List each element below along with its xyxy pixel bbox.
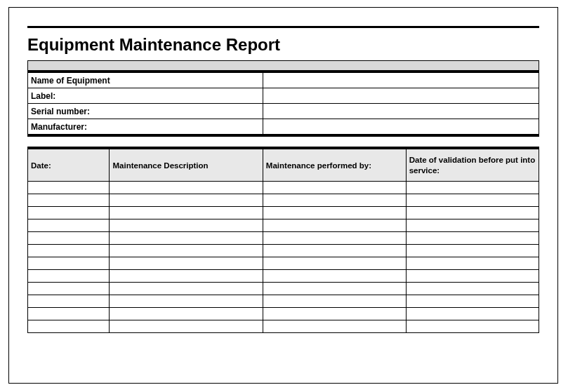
info-value — [263, 104, 539, 119]
table-cell — [28, 295, 110, 308]
document-frame: Equipment Maintenance Report Name of Equ… — [8, 7, 558, 384]
table-cell — [406, 320, 539, 333]
table-header-row: Date: Maintenance Description Maintenanc… — [28, 149, 539, 182]
table-cell — [28, 245, 110, 257]
table-cell — [263, 308, 406, 320]
info-row: Name of Equipment — [28, 73, 539, 88]
table-cell — [406, 194, 539, 207]
table-cell — [110, 182, 263, 194]
table-cell — [110, 270, 263, 283]
table-cell — [110, 194, 263, 207]
table-cell — [406, 257, 539, 270]
table-cell — [110, 257, 263, 270]
table-cell — [28, 182, 110, 194]
table-cell — [110, 207, 263, 219]
table-cell — [28, 207, 110, 219]
table-row — [28, 182, 539, 194]
table-cell — [110, 232, 263, 245]
table-row — [28, 283, 539, 295]
table-cell — [28, 283, 110, 295]
info-label: Name of Equipment — [28, 73, 263, 88]
table-row — [28, 295, 539, 308]
table-cell — [263, 232, 406, 245]
info-value — [263, 88, 539, 104]
table-row — [28, 308, 539, 320]
table-row — [28, 207, 539, 219]
table-cell — [263, 283, 406, 295]
column-header-validation: Date of validation before put into servi… — [406, 149, 539, 182]
info-row: Serial number: — [28, 104, 539, 119]
maintenance-log-table: Date: Maintenance Description Maintenanc… — [27, 149, 539, 333]
table-cell — [406, 308, 539, 320]
equipment-info-table: Name of Equipment Label: Serial number: … — [27, 72, 539, 135]
table-cell — [28, 232, 110, 245]
column-header-description: Maintenance Description — [110, 149, 263, 182]
table-cell — [110, 283, 263, 295]
title-gray-bar — [27, 60, 539, 70]
table-row — [28, 320, 539, 333]
table-cell — [110, 320, 263, 333]
table-cell — [110, 219, 263, 232]
table-cell — [110, 245, 263, 257]
table-row — [28, 257, 539, 270]
table-cell — [110, 308, 263, 320]
table-cell — [406, 295, 539, 308]
table-cell — [263, 219, 406, 232]
info-label: Serial number: — [28, 104, 263, 119]
table-cell — [28, 270, 110, 283]
table-cell — [263, 320, 406, 333]
info-row: Manufacturer: — [28, 119, 539, 135]
column-header-performed-by: Maintenance performed by: — [263, 149, 406, 182]
table-cell — [406, 283, 539, 295]
table-row — [28, 232, 539, 245]
table-cell — [28, 308, 110, 320]
table-cell — [28, 320, 110, 333]
info-label: Manufacturer: — [28, 119, 263, 135]
table-cell — [110, 295, 263, 308]
info-value — [263, 73, 539, 88]
info-label: Label: — [28, 88, 263, 104]
table-cell — [406, 270, 539, 283]
table-cell — [28, 219, 110, 232]
table-cell — [406, 207, 539, 219]
table-row — [28, 219, 539, 232]
table-cell — [263, 182, 406, 194]
table-cell — [263, 270, 406, 283]
top-horizontal-rule — [27, 26, 539, 28]
table-cell — [263, 194, 406, 207]
table-row — [28, 270, 539, 283]
table-cell — [263, 295, 406, 308]
table-cell — [406, 219, 539, 232]
section-spacer — [27, 137, 539, 147]
table-cell — [406, 182, 539, 194]
table-cell — [28, 257, 110, 270]
column-header-date: Date: — [28, 149, 110, 182]
table-row — [28, 245, 539, 257]
table-row — [28, 194, 539, 207]
table-cell — [263, 245, 406, 257]
table-cell — [406, 245, 539, 257]
info-row: Label: — [28, 88, 539, 104]
table-cell — [263, 207, 406, 219]
info-value — [263, 119, 539, 135]
table-cell — [263, 257, 406, 270]
document-title: Equipment Maintenance Report — [27, 35, 539, 55]
table-cell — [28, 194, 110, 207]
table-cell — [406, 232, 539, 245]
